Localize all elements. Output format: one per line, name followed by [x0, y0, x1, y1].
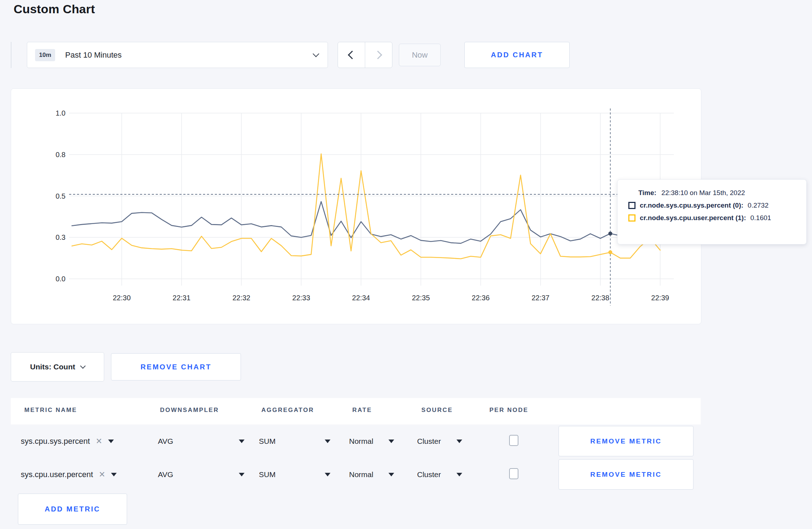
time-pager — [338, 42, 392, 68]
metric-name: sys.cpu.user.percent — [21, 470, 93, 479]
downsampler-select[interactable]: AVG — [158, 458, 245, 491]
source-value: Cluster — [417, 470, 441, 479]
svg-text:22:38: 22:38 — [591, 294, 609, 302]
add-metric-button[interactable]: ADD METRIC — [18, 494, 127, 525]
svg-text:22:35: 22:35 — [412, 294, 430, 302]
time-window-label: Past 10 Minutes — [65, 50, 314, 60]
aggregator-select[interactable]: SUM — [259, 458, 330, 491]
metric-row: sys.cpu.sys.percent ✕ AVG SUM Normal Clu… — [11, 424, 701, 458]
source-select[interactable]: Cluster — [417, 424, 462, 458]
tooltip-series-value: 0.2732 — [748, 202, 768, 209]
add-chart-button[interactable]: ADD CHART — [464, 42, 570, 68]
tooltip-series-row: cr.node.sys.cpu.sys.percent (0): 0.2732 — [628, 202, 798, 209]
rate-value: Normal — [349, 470, 373, 479]
chart-card: 0.00.30.50.81.022:3022:3122:3222:3322:34… — [11, 88, 701, 324]
now-button[interactable]: Now — [399, 44, 441, 66]
chevron-left-icon — [348, 50, 356, 59]
prev-time-button[interactable] — [338, 42, 365, 68]
toolbar-divider — [11, 42, 11, 68]
svg-text:22:30: 22:30 — [113, 294, 131, 302]
col-header-rate: RATE — [352, 407, 372, 414]
per-node-checkbox[interactable] — [509, 435, 518, 446]
svg-text:22:34: 22:34 — [352, 294, 370, 302]
aggregator-value: SUM — [259, 437, 276, 446]
time-window-badge: 10m — [35, 49, 55, 61]
aggregator-select[interactable]: SUM — [259, 424, 330, 458]
caret-down-icon — [456, 473, 462, 476]
metric-name-select[interactable]: sys.cpu.user.percent ✕ — [21, 458, 117, 491]
col-header-metric-name: METRIC NAME — [24, 407, 77, 414]
rate-select[interactable]: Normal — [349, 424, 394, 458]
svg-text:0.5: 0.5 — [55, 192, 66, 200]
units-select-label: Units: Count — [30, 363, 75, 371]
svg-text:22:33: 22:33 — [292, 294, 310, 302]
chart-tooltip: Time: 22:38:10 on Mar 15th, 2022 cr.node… — [617, 179, 807, 244]
svg-text:0.8: 0.8 — [55, 151, 66, 159]
source-value: Cluster — [417, 437, 441, 446]
chevron-down-icon — [313, 50, 319, 57]
svg-text:0.3: 0.3 — [55, 233, 66, 241]
remove-metric-button[interactable]: REMOVE METRIC — [559, 459, 693, 490]
caret-down-icon — [388, 473, 394, 476]
svg-text:22:37: 22:37 — [532, 294, 550, 302]
downsampler-value: AVG — [158, 437, 173, 446]
page-title: Custom Chart — [14, 2, 95, 16]
source-select[interactable]: Cluster — [417, 458, 462, 491]
caret-down-icon — [456, 440, 462, 443]
svg-text:22:31: 22:31 — [173, 294, 190, 302]
clear-metric-icon[interactable]: ✕ — [96, 437, 102, 445]
caret-down-icon — [325, 440, 330, 443]
metrics-table-header: METRIC NAME DOWNSAMPLER AGGREGATOR RATE … — [11, 398, 701, 424]
aggregator-value: SUM — [259, 470, 276, 479]
svg-text:0.0: 0.0 — [55, 275, 66, 283]
caret-down-icon — [108, 440, 114, 443]
chevron-down-icon — [80, 363, 86, 369]
svg-text:1.0: 1.0 — [55, 109, 66, 117]
time-window-select[interactable]: 10m Past 10 Minutes — [27, 42, 328, 68]
caret-down-icon — [111, 473, 117, 476]
tooltip-time-label: Time: — [638, 189, 656, 197]
series-sys-swatch-icon — [628, 202, 635, 209]
tooltip-series-value: 0.1601 — [750, 214, 771, 222]
clear-metric-icon[interactable]: ✕ — [99, 471, 105, 479]
rate-value: Normal — [349, 437, 373, 446]
downsampler-select[interactable]: AVG — [158, 424, 245, 458]
units-select[interactable]: Units: Count — [11, 352, 104, 382]
svg-text:22:36: 22:36 — [472, 294, 490, 302]
tooltip-series-label: cr.node.sys.cpu.user.percent (1): — [640, 214, 746, 222]
col-header-aggregator: AGGREGATOR — [261, 407, 314, 414]
remove-chart-button[interactable]: REMOVE CHART — [111, 353, 241, 380]
tooltip-series-label: cr.node.sys.cpu.sys.percent (0): — [640, 202, 743, 209]
tooltip-time-row: Time: 22:38:10 on Mar 15th, 2022 — [638, 189, 798, 197]
caret-down-icon — [239, 440, 245, 443]
col-header-source: SOURCE — [421, 407, 453, 414]
caret-down-icon — [239, 473, 245, 476]
col-header-per-node: PER NODE — [489, 407, 528, 414]
svg-text:22:32: 22:32 — [232, 294, 250, 302]
downsampler-value: AVG — [158, 470, 173, 479]
per-node-checkbox[interactable] — [509, 468, 518, 479]
tooltip-time-value: 22:38:10 on Mar 15th, 2022 — [661, 189, 745, 197]
col-header-downsampler: DOWNSAMPLER — [160, 407, 219, 414]
caret-down-icon — [388, 440, 394, 443]
svg-text:22:39: 22:39 — [651, 294, 669, 302]
rate-select[interactable]: Normal — [349, 458, 394, 491]
tooltip-series-row: cr.node.sys.cpu.user.percent (1): 0.1601 — [628, 214, 798, 222]
remove-metric-button[interactable]: REMOVE METRIC — [559, 426, 693, 456]
next-time-button[interactable] — [365, 42, 392, 68]
chevron-right-icon — [373, 50, 382, 59]
custom-chart-page: Custom Chart 10m Past 10 Minutes Now ADD… — [0, 0, 812, 529]
metric-name-select[interactable]: sys.cpu.sys.percent ✕ — [21, 424, 114, 458]
chart-canvas[interactable]: 0.00.30.50.81.022:3022:3122:3222:3322:34… — [11, 89, 701, 324]
metric-name: sys.cpu.sys.percent — [21, 437, 90, 446]
series-user-swatch-icon — [628, 214, 635, 222]
caret-down-icon — [325, 473, 330, 476]
metrics-table: METRIC NAME DOWNSAMPLER AGGREGATOR RATE … — [11, 398, 701, 491]
metric-row: sys.cpu.user.percent ✕ AVG SUM Normal Cl… — [11, 458, 701, 491]
